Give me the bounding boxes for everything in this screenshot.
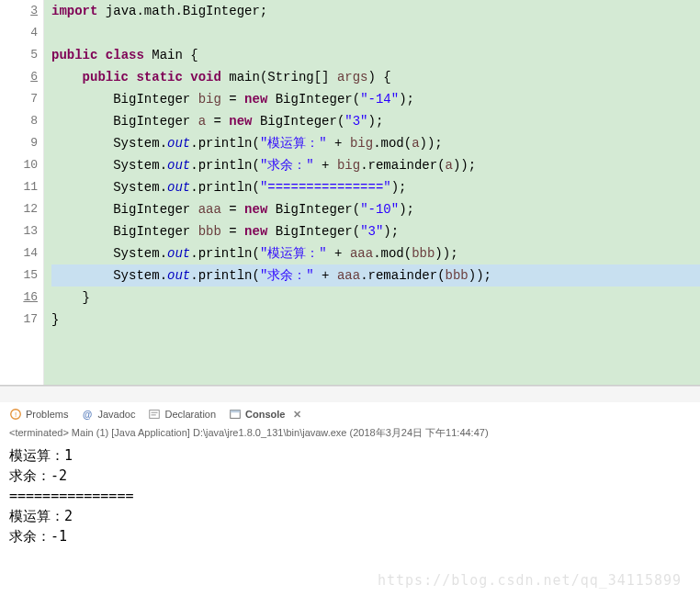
code-line[interactable]: } bbox=[51, 287, 700, 309]
code-area[interactable]: import java.math.BigInteger;public class… bbox=[44, 0, 700, 385]
line-number: 15 bbox=[0, 264, 38, 287]
tab-label: Problems bbox=[26, 409, 68, 420]
code-line[interactable]: System.out.println("==============="); bbox=[51, 176, 700, 198]
line-number: 12 bbox=[0, 198, 38, 220]
code-line[interactable]: import java.math.BigInteger; bbox=[51, 0, 700, 22]
code-line[interactable]: System.out.println("模运算：" + big.mod(a)); bbox=[51, 132, 700, 154]
line-number: 14 bbox=[0, 242, 38, 264]
line-number: 4 bbox=[0, 22, 38, 44]
declaration-icon bbox=[148, 408, 161, 421]
tab-javadoc[interactable]: @ Javadoc bbox=[81, 408, 135, 421]
watermark-text: https://blog.csdn.net/qq_34115899 bbox=[378, 572, 682, 589]
horizontal-scrollbar[interactable] bbox=[0, 386, 700, 402]
svg-text:!: ! bbox=[15, 410, 17, 419]
svg-rect-3 bbox=[150, 410, 160, 419]
code-line[interactable]: System.out.println("求余：" + big.remainder… bbox=[51, 154, 700, 176]
code-line[interactable]: BigInteger bbb = new BigInteger("3"); bbox=[51, 220, 700, 242]
problems-icon: ! bbox=[9, 408, 22, 421]
line-gutter: 34567891011121314151617 bbox=[0, 0, 44, 385]
tab-label: Javadoc bbox=[97, 409, 135, 420]
code-line[interactable]: BigInteger a = new BigInteger("3"); bbox=[51, 110, 700, 132]
line-number: 5 bbox=[0, 44, 38, 66]
tab-label: Console bbox=[245, 409, 285, 420]
code-line[interactable]: BigInteger big = new BigInteger("-14"); bbox=[51, 88, 700, 110]
line-number: 9 bbox=[0, 132, 38, 154]
javadoc-icon: @ bbox=[81, 408, 94, 421]
code-line[interactable]: } bbox=[51, 309, 700, 331]
console-icon bbox=[229, 408, 242, 421]
tab-declaration[interactable]: Declaration bbox=[148, 408, 216, 421]
console-status: <terminated> Main (1) [Java Application]… bbox=[0, 424, 700, 442]
svg-text:@: @ bbox=[83, 409, 92, 420]
line-number: 11 bbox=[0, 176, 38, 198]
code-line[interactable]: public class Main { bbox=[51, 44, 700, 66]
line-number: 8 bbox=[0, 110, 38, 132]
line-number: 13 bbox=[0, 220, 38, 242]
line-number: 7 bbox=[0, 88, 38, 110]
code-line[interactable]: System.out.println("模运算：" + aaa.mod(bbb)… bbox=[51, 242, 700, 264]
bottom-tabs: ! Problems @ Javadoc Declaration Console… bbox=[0, 402, 700, 424]
line-number: 16 bbox=[0, 287, 38, 309]
line-number: 17 bbox=[0, 309, 38, 331]
code-line[interactable]: BigInteger aaa = new BigInteger("-10"); bbox=[51, 198, 700, 220]
console-output[interactable]: 模运算：1 求余：-2 =============== 模运算：2 求余：-1 bbox=[0, 442, 700, 550]
code-line[interactable]: public static void main(String[] args) { bbox=[51, 66, 700, 88]
line-number: 10 bbox=[0, 154, 38, 176]
line-number: 3 bbox=[0, 0, 38, 22]
tab-problems[interactable]: ! Problems bbox=[9, 408, 68, 421]
svg-rect-7 bbox=[231, 410, 241, 413]
code-line[interactable]: System.out.println("求余：" + aaa.remainder… bbox=[51, 264, 700, 287]
code-editor: 34567891011121314151617 import java.math… bbox=[0, 0, 700, 386]
code-line[interactable] bbox=[51, 22, 700, 44]
line-number: 6 bbox=[0, 66, 38, 88]
tab-label: Declaration bbox=[164, 409, 216, 420]
close-icon[interactable]: ✕ bbox=[293, 409, 301, 421]
tab-console[interactable]: Console ✕ bbox=[229, 408, 300, 421]
